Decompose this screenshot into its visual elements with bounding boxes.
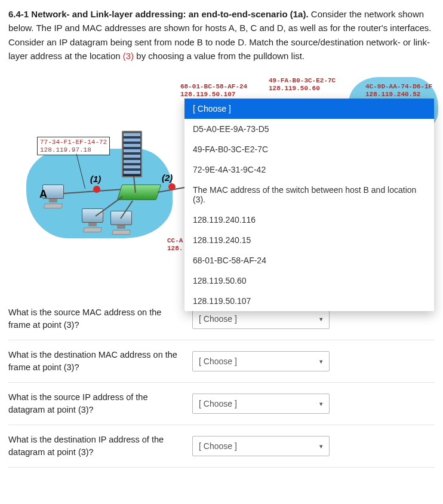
switch-icon: [117, 185, 161, 200]
dropdown-option[interactable]: 128.119.50.60: [184, 271, 434, 291]
select-placeholder: [ Choose ]: [199, 399, 237, 408]
router-right-mac: 4C-9D-AA-74-D6-1F: [365, 83, 432, 90]
question-4-text: What is the destination IP address of th…: [8, 434, 181, 459]
point-1-label: (1): [90, 174, 101, 184]
select-placeholder: [ Choose ]: [199, 441, 237, 451]
point-2-label: (2): [162, 173, 173, 183]
dropdown-option[interactable]: 128.119.240.116: [184, 210, 434, 230]
chevron-down-icon: ▾: [319, 358, 323, 365]
host-b-mac: 49-FA-B0-3C-E2-7C: [269, 77, 336, 84]
host-a-ip: 128.119.97.18: [40, 146, 91, 153]
router-left-mac: 68-01-BC-58-AF-24: [180, 83, 247, 90]
dropdown-selected[interactable]: [ Choose ]: [184, 99, 434, 119]
question-row-4: What is the destination IP address of th…: [8, 425, 435, 468]
question-2-text: What is the destination MAC address on t…: [8, 349, 181, 374]
heading-bold: 6.4-1 Network- and Link-layer addressing…: [8, 9, 309, 19]
heading-part2: by choosing a value from the pulldown li…: [134, 51, 304, 61]
question-heading: 6.4-1 Network- and Link-layer addressing…: [8, 7, 435, 63]
chevron-down-icon: ▾: [319, 442, 323, 450]
dropdown-option[interactable]: D5-A0-EE-9A-73-D5: [184, 119, 434, 139]
question-1-select[interactable]: [ Choose ] ▾: [192, 309, 330, 329]
dropdown-option[interactable]: 68-01-BC-58-AF-24: [184, 250, 434, 271]
router-right-ip: 128.119.240.52: [365, 91, 420, 98]
question-row-2: What is the destination MAC address on t…: [8, 340, 435, 383]
host-a-label: A: [39, 188, 47, 201]
dropdown-option[interactable]: The MAC address of the switch between ho…: [184, 180, 434, 210]
host-a-mac: 77-34-F1-EF-14-72: [40, 139, 107, 146]
router-right-address: 4C-9D-AA-74-D6-1F 128.119.240.52: [365, 83, 432, 98]
host-a-address: 77-34-F1-EF-14-72 128.119.97.18: [37, 137, 110, 155]
question-3-select[interactable]: [ Choose ] ▾: [192, 394, 330, 414]
dropdown-option[interactable]: 128.119.50.107: [184, 291, 434, 311]
question-1-text: What is the source MAC address on the fr…: [8, 306, 181, 331]
truncated-address-hint: CC-A 128.: [167, 237, 183, 252]
point-2-marker: [168, 183, 176, 190]
host-b-address: 49-FA-B0-3C-E2-7C 128.119.50.60: [269, 77, 336, 92]
router-left-address: 68-01-BC-58-AF-24 128.119.50.107: [180, 83, 247, 98]
heading-marker: (3): [123, 51, 134, 61]
router-left-ip: 128.119.50.107: [180, 91, 235, 98]
dropdown-option[interactable]: 49-FA-B0-3C-E2-7C: [184, 139, 434, 159]
host-extra-icon-2: [109, 211, 134, 235]
select-placeholder: [ Choose ]: [199, 357, 237, 366]
question-3-text: What is the source IP address of the dat…: [8, 391, 181, 416]
question-row-3: What is the source IP address of the dat…: [8, 383, 435, 425]
question-4-select[interactable]: [ Choose ] ▾: [192, 436, 330, 456]
server-icon: [122, 131, 142, 177]
point-1-marker: [93, 186, 100, 193]
network-diagram: (1) (2) A 77-34-F1-EF-14-72 128.119.97.1…: [8, 77, 435, 292]
select-placeholder: [ Choose ]: [199, 314, 237, 324]
question-2-select[interactable]: [ Choose ] ▾: [192, 351, 330, 371]
dropdown-option[interactable]: 128.119.240.15: [184, 230, 434, 250]
dropdown-option[interactable]: 72-9E-4A-31-9C-42: [184, 159, 434, 180]
chevron-down-icon: ▾: [319, 400, 323, 408]
answer-dropdown-open[interactable]: [ Choose ] D5-A0-EE-9A-73-D5 49-FA-B0-3C…: [184, 99, 434, 311]
host-b-ip: 128.119.50.60: [269, 85, 320, 92]
chevron-down-icon: ▾: [319, 315, 323, 323]
